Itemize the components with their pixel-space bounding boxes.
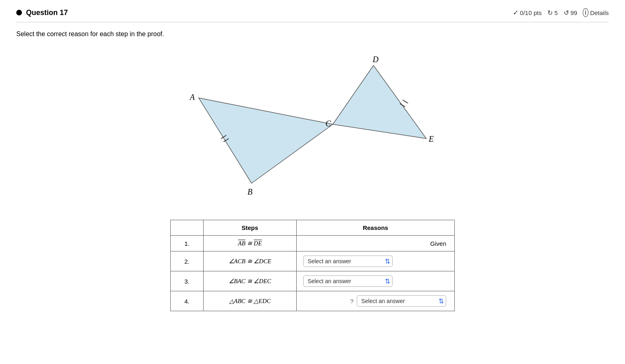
retry-section: ↻ 5	[547, 9, 558, 17]
col-header-reasons: Reasons	[296, 220, 454, 236]
reason-cell-1: Given	[296, 236, 454, 251]
svg-marker-1	[333, 65, 426, 139]
question-dot	[16, 10, 22, 15]
label-C: C	[326, 119, 331, 128]
step-cell-2: ∠ACB ≅ ∠DCE	[204, 251, 297, 271]
table-row: 3.∠BAC ≅ ∠DECSelect an answerGivenVertic…	[171, 271, 455, 291]
info-icon: i	[583, 8, 588, 17]
question-title: Question 17	[16, 9, 68, 17]
reason-given: Given	[430, 240, 446, 247]
proof-table-wrapper: Steps Reasons 1.AB ≅ DEGiven2.∠ACB ≅ ∠DC…	[16, 220, 609, 311]
details-label: Details	[590, 9, 609, 16]
reason-cell-2[interactable]: Select an answerGivenVertical Angles The…	[296, 251, 454, 271]
redo-icon: ↺	[564, 9, 569, 16]
col-header-steps: Steps	[204, 220, 297, 236]
step-cell-4: △ABC ≅ △EDC	[204, 291, 297, 311]
retry-icon: ↻	[547, 9, 553, 16]
table-row: 1.AB ≅ DEGiven	[171, 236, 455, 251]
label-E: E	[428, 134, 434, 143]
table-row: 2.∠ACB ≅ ∠DCESelect an answerGivenVertic…	[171, 251, 455, 271]
col-header-empty	[171, 220, 204, 236]
details-link[interactable]: i Details	[583, 8, 609, 17]
reason-cell-4[interactable]: ?Select an answerGivenVertical Angles Th…	[296, 291, 454, 311]
question-mark: ?	[350, 298, 354, 305]
row-number-4: 4.	[171, 291, 204, 311]
redo-section: ↺ 99	[564, 9, 577, 17]
row-number-2: 2.	[171, 251, 204, 271]
reason-cell-3[interactable]: Select an answerGivenVertical Angles The…	[296, 271, 454, 291]
svg-line-5	[403, 100, 408, 103]
row-number-3: 3.	[171, 271, 204, 291]
diagram-area: A B C D E	[16, 45, 609, 208]
question-meta: ✓ 0/10 pts ↻ 5 ↺ 99 i Details	[513, 8, 609, 17]
question-number: Question 17	[26, 9, 68, 17]
geometry-diagram: A B C D E	[174, 45, 451, 208]
label-A: A	[189, 93, 195, 102]
proof-table: Steps Reasons 1.AB ≅ DEGiven2.∠ACB ≅ ∠DC…	[170, 220, 455, 311]
answer-select-4[interactable]: Select an answerGivenVertical Angles The…	[357, 295, 446, 307]
redo-count: 99	[571, 9, 577, 16]
label-D: D	[372, 55, 379, 64]
step-cell-3: ∠BAC ≅ ∠DEC	[204, 271, 297, 291]
answer-select-3[interactable]: Select an answerGivenVertical Angles The…	[303, 275, 393, 287]
pts-label: 0/10 pts	[520, 9, 542, 16]
table-row: 4.△ABC ≅ △EDC?Select an answerGivenVerti…	[171, 291, 455, 311]
svg-marker-0	[199, 98, 333, 183]
step-cell-1: AB ≅ DE	[204, 236, 297, 251]
answer-select-2[interactable]: Select an answerGivenVertical Angles The…	[303, 256, 393, 267]
pts-badge: ✓ 0/10 pts	[513, 9, 542, 17]
check-icon: ✓	[513, 9, 519, 17]
retry-count: 5	[554, 9, 558, 16]
instruction-text: Select the correct reason for each step …	[16, 30, 609, 38]
label-B: B	[247, 187, 252, 196]
row-number-1: 1.	[171, 236, 204, 251]
question-header: Question 17 ✓ 0/10 pts ↻ 5 ↺ 99 i Detail…	[16, 8, 609, 22]
